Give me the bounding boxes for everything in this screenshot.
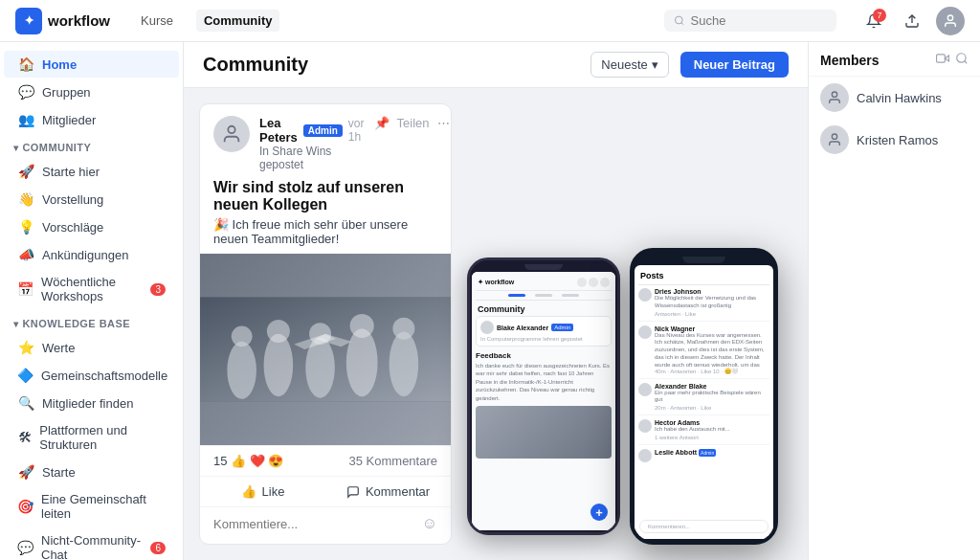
wave-icon: 👋 bbox=[17, 191, 34, 207]
sidebar-item-werte[interactable]: ⭐ Werte bbox=[4, 334, 179, 361]
comment-label: Kommentar bbox=[366, 484, 430, 499]
svg-point-19 bbox=[832, 92, 836, 97]
svg-marker-16 bbox=[945, 56, 948, 61]
post-subtitle: 🎉 Ich freue mich sehr über unsere neuen … bbox=[200, 217, 451, 254]
post-meta: Lea Peters Admin vor 1h In Share Wins ge… bbox=[259, 116, 365, 171]
sidebar-item-ankuendigungen[interactable]: 📣 Ankündigungen bbox=[4, 241, 179, 268]
phone-back-author: Blake Alexander bbox=[497, 325, 548, 331]
phone-front-p1-name: Dries Johnson bbox=[655, 288, 769, 295]
calendar-icon: 📅 bbox=[17, 281, 33, 297]
sidebar-item-vorschlaege[interactable]: 💡 Vorschläge bbox=[4, 213, 179, 240]
chat-badge: 6 bbox=[150, 542, 166, 554]
user-avatar[interactable] bbox=[936, 7, 965, 35]
pin-icon[interactable]: 📌 bbox=[374, 116, 390, 130]
post-author-avatar bbox=[213, 116, 250, 152]
comment-button[interactable]: Kommentar bbox=[325, 477, 451, 506]
phone-front-p2-actions: 40m · Antworten · Like 10 · 😊🤍 bbox=[655, 368, 769, 374]
sidebar-item-plattformen[interactable]: 🛠 Plattformen und Strukturen bbox=[4, 417, 179, 458]
sidebar-item-mitglieder[interactable]: 👥 Mitglieder bbox=[4, 106, 179, 133]
sidebar-label-workshops: Wöchentliche Workshops bbox=[41, 275, 143, 303]
community-section-header: ▾ Community bbox=[0, 134, 183, 157]
phone-front-p4-name: Hector Adams bbox=[655, 419, 730, 426]
svg-point-15 bbox=[392, 318, 414, 340]
phones-container: ✦ workflow bbox=[467, 103, 792, 545]
sidebar-item-vorstellung[interactable]: 👋 Vorstellung bbox=[4, 186, 179, 213]
sidebar-label-starte: Starte bbox=[42, 465, 76, 480]
sort-button[interactable]: Neueste ▾ bbox=[590, 52, 668, 78]
sidebar-item-starte[interactable]: 🚀 Starte bbox=[4, 459, 179, 485]
sidebar-item-gruppen[interactable]: 💬 Gruppen bbox=[4, 78, 179, 105]
admin-badge: Admin bbox=[303, 124, 343, 137]
phone-front-posts-title: Posts bbox=[638, 269, 769, 285]
comment-icon bbox=[346, 485, 360, 499]
post-stats: 15 👍 ❤️ 😍 35 Kommentare bbox=[200, 445, 451, 476]
share-label[interactable]: Teilen bbox=[397, 116, 430, 130]
notifications-button[interactable]: 7 bbox=[859, 7, 888, 35]
phone-front-p5-badge: Admin bbox=[699, 449, 716, 457]
knowledge-section-title: Knowledge Base bbox=[22, 318, 130, 329]
more-icon[interactable]: ⋯ bbox=[437, 116, 450, 130]
tools-icon: 🛠 bbox=[17, 430, 32, 445]
community-section-title: Community bbox=[22, 142, 91, 153]
new-post-button[interactable]: Neuer Beitrag bbox=[680, 52, 789, 78]
phone-front-p1-text: Die Möglichkeit der Vernetzung und das W… bbox=[655, 295, 769, 310]
sidebar-item-gemeinschaft-leiten[interactable]: 🎯 Eine Gemeinschaft leiten bbox=[4, 486, 179, 526]
member-item-kristen[interactable]: Kristen Ramos bbox=[809, 119, 980, 161]
chevron-down-icon: ▾ bbox=[13, 143, 18, 153]
star-icon: ⭐ bbox=[17, 340, 34, 355]
home-icon: 🏠 bbox=[17, 56, 34, 72]
comment-input-row: ☺ bbox=[200, 506, 451, 540]
post-buttons: 👍 Like Kommentar bbox=[200, 476, 451, 506]
sidebar-item-workshops[interactable]: 📅 Wöchentliche Workshops 3 bbox=[4, 269, 179, 309]
magnifier-icon: 🔍 bbox=[17, 395, 34, 411]
phone-front: Posts Dries Johnson Die Möglichkeit der … bbox=[630, 248, 778, 545]
top-navigation: ✦ workflow Kurse Community 7 bbox=[0, 0, 980, 42]
video-icon[interactable] bbox=[936, 52, 949, 68]
main-layout: 🏠 Home 💬 Gruppen 👥 Mitglieder ▾ Communit… bbox=[0, 42, 980, 560]
diamond-icon: 🔷 bbox=[17, 368, 33, 383]
svg-point-13 bbox=[350, 314, 374, 338]
phone-front-p2-name: Nick Wagner bbox=[655, 325, 769, 332]
sidebar-item-nicht-community-chat[interactable]: 💬 Nicht-Community-Chat 6 bbox=[4, 527, 179, 560]
member-item-calvin[interactable]: Calvin Hawkins bbox=[809, 77, 980, 119]
post-title: Wir sind stolz auf unseren neuen Kollege… bbox=[200, 179, 451, 217]
nav-community[interactable]: Community bbox=[196, 10, 280, 32]
member-name-calvin: Calvin Hawkins bbox=[857, 91, 942, 105]
sidebar-label-vorschlaege: Vorschläge bbox=[42, 220, 103, 235]
search-input[interactable] bbox=[691, 13, 827, 28]
phone-back-location: In Computerprogramme lehren gepostet bbox=[480, 336, 607, 342]
notification-badge: 7 bbox=[873, 9, 886, 22]
comment-input[interactable] bbox=[213, 517, 414, 531]
sidebar-label-plattformen: Plattformen und Strukturen bbox=[39, 423, 166, 452]
phone-front-p1-actions: Antworten · Like bbox=[655, 311, 769, 317]
sidebar-item-home[interactable]: 🏠 Home bbox=[4, 51, 179, 78]
member-avatar-kristen bbox=[820, 125, 849, 154]
svg-point-7 bbox=[232, 325, 253, 347]
like-button[interactable]: 👍 Like bbox=[200, 477, 325, 506]
upload-icon bbox=[904, 13, 920, 29]
right-sidebar: Members Calvin Hawkins Kristen Ramos bbox=[808, 42, 980, 560]
phone-back-fab: + bbox=[590, 504, 608, 521]
sidebar-item-mitglieder-finden[interactable]: 🔍 Mitglieder finden bbox=[4, 390, 179, 416]
upload-button[interactable] bbox=[898, 7, 926, 35]
chat-icon: 💬 bbox=[17, 84, 34, 100]
target-icon: 🎯 bbox=[17, 499, 33, 514]
post-actions-right: 📌 Teilen ⋯ bbox=[374, 116, 450, 130]
nav-kurse[interactable]: Kurse bbox=[133, 10, 181, 32]
sidebar-item-gemeinschaftsmodelle[interactable]: 🔷 Gemeinschaftsmodelle bbox=[4, 362, 179, 389]
phone-back-community-title: Community bbox=[476, 301, 612, 316]
sidebar-item-starte-hier[interactable]: 🚀 Starte hier bbox=[4, 158, 179, 185]
svg-point-20 bbox=[832, 134, 836, 139]
svg-point-6 bbox=[227, 342, 256, 399]
search-members-icon[interactable] bbox=[955, 52, 969, 68]
phone-back: ✦ workflow bbox=[467, 258, 620, 535]
emoji-button[interactable]: ☺ bbox=[422, 515, 437, 532]
member-avatar-calvin bbox=[820, 83, 849, 112]
sidebar-label-nicht-community: Nicht-Community-Chat bbox=[41, 533, 143, 560]
post-location: In Share Wins gepostet bbox=[259, 145, 365, 171]
phone-front-p5-name: Leslie Abbott bbox=[655, 449, 697, 456]
megaphone-icon: 📣 bbox=[17, 247, 34, 262]
users-icon: 👥 bbox=[17, 112, 34, 127]
rocket-icon: 🚀 bbox=[17, 164, 34, 179]
sidebar-label-gruppen: Gruppen bbox=[42, 85, 91, 100]
